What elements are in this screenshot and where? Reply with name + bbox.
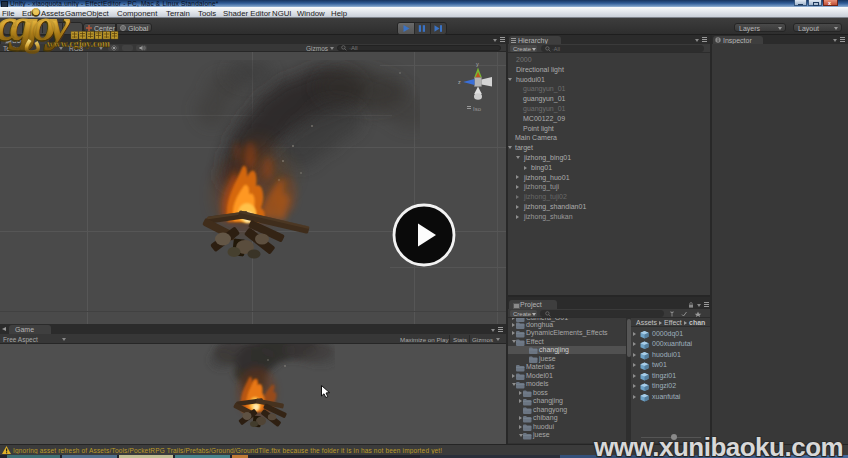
svg-text:www.cgjoy.com: www.cgjoy.com [47, 39, 110, 49]
svg-text:Iso: Iso [473, 105, 482, 111]
svg-text:z: z [458, 79, 461, 85]
svg-text:y: y [476, 60, 479, 66]
